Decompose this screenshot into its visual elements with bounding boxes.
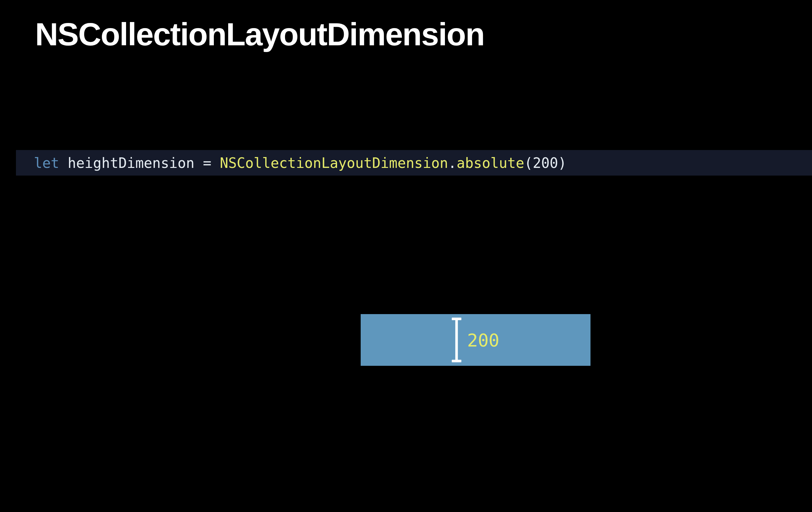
height-icon bbox=[452, 318, 461, 362]
dimension-indicator: 200 bbox=[452, 318, 499, 362]
slide-root: NSCollectionLayoutDimension let heightDi… bbox=[0, 0, 812, 512]
code-close-paren: ) bbox=[558, 155, 567, 171]
slide-title: NSCollectionLayoutDimension bbox=[35, 16, 484, 53]
code-argument: 200 bbox=[533, 155, 558, 171]
code-dot: . bbox=[448, 155, 457, 171]
code-space bbox=[59, 155, 68, 171]
code-keyword-let: let bbox=[34, 155, 59, 171]
code-method-name: absolute bbox=[457, 155, 524, 171]
code-equals: = bbox=[203, 155, 212, 171]
code-open-paren: ( bbox=[524, 155, 533, 171]
dimension-value: 200 bbox=[467, 330, 499, 350]
dimension-box: 200 bbox=[361, 314, 590, 366]
code-line: let heightDimension = NSCollectionLayout… bbox=[16, 150, 812, 176]
code-space bbox=[211, 155, 220, 171]
code-variable-name: heightDimension bbox=[68, 155, 194, 171]
code-space bbox=[194, 155, 203, 171]
code-type-name: NSCollectionLayoutDimension bbox=[220, 155, 448, 171]
